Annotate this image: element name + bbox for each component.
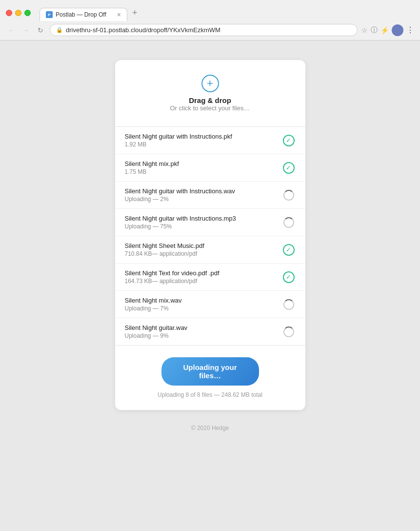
file-item: Silent Night guitar with Instructions.pk… [115,127,305,154]
page-footer: © 2020 Hedge [191,425,229,431]
avatar[interactable] [392,24,403,36]
extensions-icon[interactable]: ⚡ [380,26,389,34]
upload-status: Uploading 8 of 8 files — 248.62 MB total [158,391,262,398]
url-bar[interactable]: 🔒 drivethru-sf-01.postlab.cloud/dropoff/… [50,24,358,36]
check-icon: ✓ [283,162,295,174]
close-button[interactable] [6,10,12,16]
file-name: Silent Night guitar with Instructions.mp… [125,215,282,222]
file-name: Silent Night mix.pkf [125,160,282,167]
loading-spinner [283,217,294,228]
file-info: Silent Night guitar with Instructions.wa… [125,187,282,203]
drop-plus-icon: + [201,75,219,92]
file-list: Silent Night guitar with Instructions.pk… [115,127,305,346]
drop-zone[interactable]: + Drag & drop Or click to select your fi… [115,60,305,127]
maximize-button[interactable] [24,10,31,16]
file-name: Silent Night Text for video.pdf .pdf [125,269,282,277]
file-info: Silent Night guitar with Instructions.mp… [125,215,282,230]
url-actions: ☆ ⓘ ⚡ ⋮ [361,24,414,36]
traffic-lights [6,10,31,16]
file-name: Silent Night guitar with Instructions.wa… [125,187,282,195]
back-button[interactable]: ← [6,25,17,36]
file-name: Silent Night Sheet Music.pdf [125,242,282,249]
file-info: Silent Night Text for video.pdf .pdf164.… [125,269,282,285]
file-meta: Uploading — 2% [125,196,282,203]
file-meta: 1.92 MB [125,141,282,148]
file-item: Silent Night mix.wavUploading — 7% [115,291,305,318]
active-tab[interactable]: P Postlab — Drop Off × [40,8,127,21]
file-item: Silent Night guitar with Instructions.wa… [115,182,305,209]
file-name: Silent Night guitar with Instructions.pk… [125,133,282,140]
file-meta: 164.73 KB— application/pdf [125,278,282,285]
menu-button[interactable]: ⋮ [406,25,414,35]
file-status: ✓ [282,134,296,147]
title-bar: P Postlab — Drop Off × + [0,0,420,21]
file-status [282,188,296,202]
file-status: ✓ [282,243,296,257]
file-item: Silent Night Text for video.pdf .pdf164.… [115,264,305,291]
info-icon[interactable]: ⓘ [371,26,378,35]
check-icon: ✓ [283,271,295,283]
new-tab-button[interactable]: + [127,5,142,21]
file-info: Silent Night guitar.wavUploading — 9% [125,324,282,339]
drop-title: Drag & drop [189,96,231,104]
address-bar: ← → ↻ 🔒 drivethru-sf-01.postlab.cloud/dr… [0,21,420,40]
tab-close-button[interactable]: × [117,11,121,18]
loading-spinner [283,190,294,201]
file-name: Silent Night mix.wav [125,297,282,304]
file-status [282,325,296,339]
forward-button[interactable]: → [20,25,31,36]
file-item: Silent Night guitar with Instructions.mp… [115,209,305,236]
file-info: Silent Night Sheet Music.pdf710.84 KB— a… [125,242,282,257]
file-status [282,298,296,311]
file-status: ✓ [282,270,296,284]
file-item: Silent Night Sheet Music.pdf710.84 KB— a… [115,236,305,264]
tab-favicon: P [46,11,53,18]
browser-chrome: P Postlab — Drop Off × + ← → ↻ 🔒 driveth… [0,0,420,41]
loading-spinner [283,327,294,337]
file-meta: 1.75 MB [125,168,282,175]
file-info: Silent Night guitar with Instructions.pk… [125,133,282,148]
check-icon: ✓ [283,244,295,256]
file-info: Silent Night mix.wavUploading — 7% [125,297,282,312]
lock-icon: 🔒 [56,27,63,33]
file-status [282,216,296,229]
card-footer: Uploading your files… Uploading 8 of 8 f… [115,346,305,410]
tab-bar: P Postlab — Drop Off × + [40,5,414,21]
upload-button[interactable]: Uploading your files… [161,357,259,386]
url-text: drivethru-sf-01.postlab.cloud/dropoff/YK… [66,26,351,34]
drop-subtitle: Or click to select your files… [170,104,250,112]
file-meta: Uploading — 9% [125,332,282,339]
file-name: Silent Night guitar.wav [125,324,282,331]
minimize-button[interactable] [15,10,21,16]
file-item: Silent Night mix.pkf1.75 MB✓ [115,154,305,182]
file-meta: Uploading — 75% [125,223,282,230]
check-icon: ✓ [283,135,295,146]
file-meta: 710.84 KB— application/pdf [125,250,282,257]
copyright-text: © 2020 Hedge [191,425,229,431]
star-icon[interactable]: ☆ [361,26,368,34]
page-content: + Drag & drop Or click to select your fi… [0,41,420,531]
file-item: Silent Night guitar.wavUploading — 9% [115,318,305,345]
file-meta: Uploading — 7% [125,305,282,312]
file-status: ✓ [282,161,296,175]
tab-title: Postlab — Drop Off [56,11,114,18]
loading-spinner [283,299,294,310]
file-info: Silent Night mix.pkf1.75 MB [125,160,282,175]
reload-button[interactable]: ↻ [35,25,46,36]
upload-card: + Drag & drop Or click to select your fi… [115,60,305,410]
